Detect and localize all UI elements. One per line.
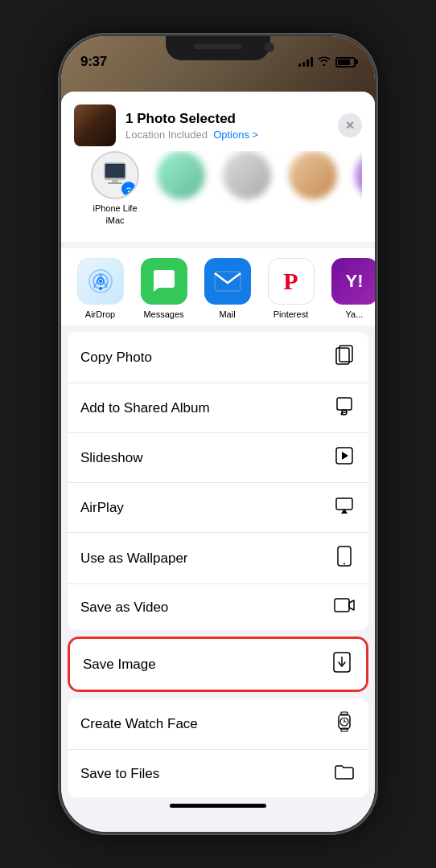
- photo-thumbnail: [74, 104, 116, 146]
- airdrop-icon-svg: [86, 267, 115, 296]
- menu-item-save-image[interactable]: Save Image: [70, 639, 366, 690]
- share-sheet-inner: 1 Photo Selected Location Included Optio…: [61, 92, 375, 832]
- copy-photo-label: Copy Photo: [80, 350, 152, 366]
- pinterest-p-icon: P: [283, 268, 298, 295]
- menu-item-copy-photo[interactable]: Copy Photo: [68, 332, 368, 383]
- svg-marker-19: [342, 452, 348, 460]
- pinterest-app-icon: P: [268, 258, 315, 305]
- menu-section: Copy Photo Add to Shared Album: [68, 332, 368, 630]
- yahoo-app-label: Ya...: [346, 309, 364, 319]
- menu-item-watch-face[interactable]: Create Watch Face: [68, 698, 368, 750]
- app-item-yahoo[interactable]: Y! Ya...: [328, 258, 375, 319]
- menu-item-wallpaper[interactable]: Use as Wallpaper: [68, 533, 368, 584]
- svg-rect-20: [336, 498, 352, 510]
- wallpaper-label: Use as Wallpaper: [80, 551, 188, 567]
- airdrop-app-label: AirDrop: [85, 309, 115, 319]
- airdrop-avatar-blurred1: [157, 151, 205, 199]
- airdrop-target-3[interactable]: [285, 151, 341, 226]
- close-icon: ✕: [345, 120, 355, 131]
- svg-rect-10: [215, 272, 241, 291]
- airdrop-target-2[interactable]: [219, 151, 275, 226]
- svg-point-23: [343, 563, 345, 565]
- home-indicator: [170, 804, 266, 808]
- airdrop-target-name-imac: iPhone Life iMac: [87, 203, 143, 226]
- svg-rect-22: [338, 547, 351, 566]
- airdrop-avatar-imac: [91, 151, 139, 199]
- watch-face-icon: [333, 711, 356, 736]
- menu-item-save-to-files[interactable]: Save to Files: [68, 750, 368, 797]
- yahoo-y-icon: Y!: [346, 271, 364, 292]
- svg-point-17: [341, 413, 343, 416]
- close-button[interactable]: ✕: [338, 113, 362, 137]
- header-row: 1 Photo Selected Location Included Optio…: [74, 104, 362, 146]
- airplay-icon: [333, 496, 356, 519]
- airdrop-targets-row: iPhone Life iMac: [74, 151, 362, 229]
- slideshow-label: Slideshow: [80, 450, 143, 466]
- svg-point-8: [99, 280, 102, 283]
- add-shared-album-icon: [333, 396, 356, 420]
- app-item-mail[interactable]: Mail: [201, 258, 253, 319]
- yahoo-app-icon: Y!: [331, 258, 376, 305]
- airdrop-target-1[interactable]: [153, 151, 209, 226]
- airdrop-avatar-blurred2: [223, 151, 271, 199]
- app-item-airdrop[interactable]: AirDrop: [74, 258, 126, 319]
- phone-notch: [166, 36, 270, 60]
- phone-wrapper: 9:37: [0, 0, 436, 868]
- watch-face-label: Create Watch Face: [80, 716, 198, 732]
- save-to-files-icon: [333, 763, 356, 784]
- menu-item-save-as-video[interactable]: Save as Video: [68, 584, 368, 630]
- save-as-video-icon: [333, 597, 356, 617]
- location-included-text: Location Included: [125, 129, 208, 141]
- app-item-messages[interactable]: Messages: [138, 258, 190, 319]
- svg-rect-30: [341, 728, 348, 731]
- app-item-pinterest[interactable]: P Pinterest: [265, 258, 317, 319]
- slideshow-icon: [333, 446, 356, 469]
- save-image-label: Save Image: [83, 657, 156, 673]
- messages-app-icon: [141, 258, 187, 305]
- signal-bars-icon: [298, 57, 313, 67]
- svg-rect-29: [341, 712, 348, 715]
- mail-app-label: Mail: [219, 309, 235, 319]
- apps-row: AirDrop Messages: [61, 248, 375, 326]
- svg-rect-14: [337, 398, 352, 410]
- add-shared-album-label: Add to Shared Album: [80, 400, 210, 416]
- svg-rect-3: [112, 180, 118, 182]
- airdrop-app-icon: [77, 258, 124, 305]
- pinterest-app-label: Pinterest: [274, 309, 308, 319]
- sheet-header: 1 Photo Selected Location Included Optio…: [61, 92, 375, 242]
- header-title: 1 Photo Selected: [125, 111, 328, 127]
- messages-icon-svg: [150, 268, 178, 295]
- phone-screen: 9:37: [61, 36, 375, 832]
- menu-item-airplay[interactable]: AirPlay: [68, 483, 368, 533]
- svg-point-9: [99, 287, 102, 290]
- airdrop-wifi-icon: [125, 185, 133, 193]
- save-as-video-label: Save as Video: [80, 600, 168, 616]
- phone-speaker: [194, 44, 242, 49]
- header-subtitle: Location Included Options >: [125, 129, 328, 141]
- svg-marker-25: [349, 600, 354, 610]
- svg-rect-4: [108, 182, 122, 184]
- menu-item-slideshow[interactable]: Slideshow: [68, 433, 368, 483]
- airdrop-signal-icon: [121, 182, 136, 196]
- airplay-label: AirPlay: [80, 500, 124, 516]
- mail-icon-svg: [213, 270, 242, 293]
- save-image-section: Save Image: [61, 637, 375, 692]
- mail-app-icon: [204, 258, 251, 305]
- airdrop-target-4[interactable]: [351, 151, 362, 226]
- menu-section-2: Create Watch Face: [68, 698, 368, 797]
- phone-camera: [265, 43, 274, 52]
- airdrop-avatar-blurred3: [289, 151, 337, 199]
- save-image-icon: [331, 652, 353, 677]
- airdrop-avatar-blurred4: [355, 151, 362, 199]
- svg-rect-2: [106, 165, 124, 177]
- status-icons: [298, 55, 356, 68]
- save-image-highlight-border: Save Image: [68, 637, 368, 692]
- copy-photo-icon: [333, 345, 356, 370]
- header-info: 1 Photo Selected Location Included Optio…: [125, 111, 328, 141]
- wifi-icon: [318, 55, 331, 68]
- options-link[interactable]: Options >: [213, 129, 258, 141]
- battery-icon: [335, 57, 356, 68]
- svg-rect-24: [335, 599, 349, 612]
- airdrop-target-imac[interactable]: iPhone Life iMac: [87, 151, 143, 226]
- menu-item-add-shared-album[interactable]: Add to Shared Album: [68, 383, 368, 433]
